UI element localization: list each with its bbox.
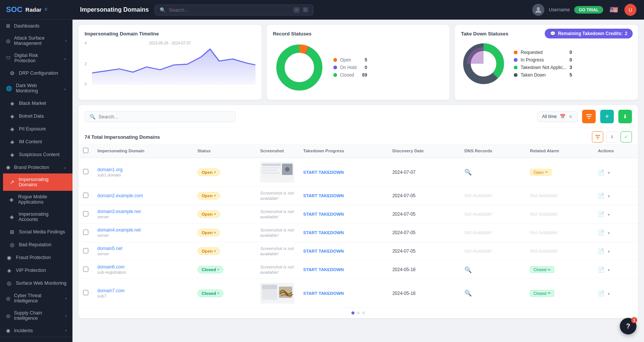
start-takedown-btn[interactable]: START TAKEDOWN [303, 193, 344, 198]
expand-icon[interactable]: ▾ [608, 212, 610, 217]
topbar-avatar[interactable] [532, 4, 544, 16]
expand-icon[interactable]: ▾ [608, 194, 610, 198]
sidebar-item-cyber-threat[interactable]: ◎ Cyber Threat Intelligence › [0, 290, 72, 307]
domain-link[interactable]: domain4.example.net [97, 227, 188, 233]
sidebar-item-brand-protection[interactable]: ◉ Brand Protection ⌄ [0, 161, 72, 173]
pagination-dot-active[interactable] [351, 311, 354, 314]
document-icon[interactable]: 📄 [598, 193, 604, 199]
alarm-badge[interactable]: Open ✏ [530, 169, 552, 176]
topbar-search-input[interactable] [169, 7, 290, 13]
start-takedown-btn[interactable]: START TAKEDOWN [303, 170, 344, 175]
status-badge-open[interactable]: Open ▾ [197, 192, 220, 199]
row-checkbox[interactable] [83, 230, 88, 235]
status-badge-open[interactable]: Open ▾ [197, 210, 220, 218]
sidebar-item-incidents[interactable]: ◉ Incidents › [0, 324, 72, 337]
domain-link[interactable]: domain7.com [97, 288, 188, 293]
floating-chat-button[interactable]: ? 1 [620, 318, 636, 334]
download-icon-button[interactable]: ⬇ [618, 110, 632, 123]
sidebar-item-impersonating-domains[interactable]: ↗ Impersonating Domains [3, 173, 72, 191]
sidebar-item-digital-risk[interactable]: 🛡 Digital Risk Protection ⌄ [0, 49, 72, 67]
sidebar-item-social-media[interactable]: ⊞ Social Media Findings [3, 225, 72, 238]
row-checkbox[interactable] [83, 248, 88, 253]
screenshot-cell [256, 279, 299, 308]
sidebar-item-attack-surface[interactable]: ◎ Attack Surface Management › [0, 32, 72, 49]
row-checkbox[interactable] [83, 290, 88, 295]
sidebar-collapse-button[interactable]: « [0, 337, 72, 342]
sidebar-item-rogue-mobile[interactable]: ◈ Rogue Mobile Applications [3, 191, 72, 208]
sidebar-label-botnet: Botnet Data [19, 113, 44, 119]
row-checkbox[interactable] [83, 169, 88, 174]
row-checkbox[interactable] [83, 267, 88, 272]
pagination-dot[interactable] [362, 311, 365, 314]
filter-icon-button[interactable] [582, 110, 596, 123]
takedown-cell: START TAKEDOWN [299, 205, 388, 224]
filter-clear-icon[interactable]: ✕ [569, 114, 573, 120]
row-checkbox[interactable] [83, 211, 88, 216]
dns-search-icon[interactable]: 🔍 [464, 267, 472, 273]
credits-chat-icon: 💬 [550, 31, 556, 36]
alarm-badge-closed[interactable]: Closed ✏ [530, 266, 554, 273]
status-badge-open[interactable]: Open ▾ [197, 229, 220, 236]
sidebar-item-pii-exposure[interactable]: ◈ PII Exposure [3, 123, 72, 135]
document-icon[interactable]: 📄 [598, 267, 604, 273]
expand-icon[interactable]: ▾ [608, 291, 610, 296]
expand-icon[interactable]: ▾ [608, 170, 610, 175]
document-icon[interactable]: 📄 [598, 211, 604, 217]
topbar-user-avatar[interactable]: U [624, 4, 636, 16]
start-takedown-btn[interactable]: START TAKEDOWN [303, 212, 344, 216]
document-icon[interactable]: 📄 [598, 169, 604, 175]
sidebar-item-black-market[interactable]: ◈ Black Market [3, 97, 72, 110]
expand-icon[interactable]: ▾ [608, 249, 610, 254]
table-filter-btn[interactable] [592, 131, 603, 143]
document-icon[interactable]: 📄 [598, 230, 604, 236]
domain-link[interactable]: domain3.example.net [97, 209, 188, 214]
credits-banner[interactable]: 💬 Remaining Takedown Credits: 2 [545, 29, 633, 38]
search-clear-icon[interactable]: ✕ [293, 7, 300, 13]
table-search-input[interactable] [99, 114, 231, 120]
domain-link[interactable]: domain2.example.com [97, 193, 188, 198]
sidebar-item-dark-web[interactable]: 🌐 Dark Web Monitoring ⌄ [0, 80, 72, 97]
document-icon[interactable]: 📄 [598, 248, 604, 254]
sidebar-item-dashboards[interactable]: ⊞ Dashboards [0, 20, 72, 32]
start-takedown-btn[interactable]: START TAKEDOWN [303, 249, 344, 253]
upgrade-button[interactable]: GO TRIAL [574, 6, 603, 14]
document-icon[interactable]: 📄 [598, 290, 604, 296]
start-takedown-btn[interactable]: START TAKEDOWN [303, 230, 344, 235]
pagination-dot[interactable] [357, 311, 360, 314]
sidebar-item-fraud-protection[interactable]: ◉ Fraud Protection [0, 251, 72, 264]
alarm-edit-icon: ✏ [548, 291, 551, 295]
status-badge-closed[interactable]: Closed ▾ [197, 290, 223, 297]
dns-search-icon[interactable]: 🔍 [464, 290, 472, 296]
dns-search-icon[interactable]: 🔍 [464, 169, 472, 175]
table-check-btn[interactable]: ✓ [621, 131, 632, 143]
status-badge-open[interactable]: Open ▾ [197, 247, 220, 255]
status-badge-closed[interactable]: Closed ▾ [197, 266, 223, 273]
sidebar-item-impersonating-accounts[interactable]: ◈ Impersonating Accounts [3, 208, 72, 225]
table-pause-btn[interactable]: ⏸ [606, 131, 618, 143]
topbar-flag[interactable]: 🇺🇸 [608, 4, 620, 16]
sidebar-item-suspicious[interactable]: ◈ Suspicious Content [3, 148, 72, 161]
sidebar-item-drp-config[interactable]: ⚙ DRP Configuration [3, 67, 72, 80]
sidebar-item-surface-web[interactable]: ◎ Surface Web Monitoring [0, 277, 72, 290]
select-all-checkbox[interactable] [83, 148, 88, 153]
row-checkbox[interactable] [83, 193, 88, 198]
sidebar-item-bad-reputation[interactable]: ◎ Bad Reputation [3, 238, 72, 251]
start-takedown-btn[interactable]: START TAKEDOWN [303, 291, 344, 296]
sidebar-item-botnet-data[interactable]: ◈ Botnet Data [3, 110, 72, 123]
sidebar-item-im-content[interactable]: ◈ IM Content [3, 135, 72, 148]
domain-link[interactable]: domain5.net [97, 246, 188, 251]
sidebar-item-vip-protection[interactable]: ◈ VIP Protection [0, 264, 72, 277]
expand-icon[interactable]: ▾ [608, 231, 610, 235]
sidebar-item-supply-chain[interactable]: ◎ Supply Chain Intelligence › [0, 307, 72, 324]
add-icon-button[interactable]: + [600, 110, 614, 123]
start-takedown-btn[interactable]: START TAKEDOWN [303, 267, 344, 272]
legend-inprogress: In Progress 0 [514, 57, 572, 63]
alarm-badge-closed[interactable]: Closed ✏ [530, 290, 554, 297]
sidebar-logo[interactable]: SOC Radar ® [0, 0, 72, 20]
status-badge-open[interactable]: Open ▾ [197, 169, 220, 176]
date-filter[interactable]: All time 📅 ✕ [537, 111, 578, 122]
domain-link[interactable]: domain1.org [97, 167, 188, 172]
expand-icon[interactable]: ▾ [608, 268, 610, 272]
date-cell: 2024-07-05 [388, 205, 460, 224]
domain-link[interactable]: domain6.com [97, 264, 188, 270]
